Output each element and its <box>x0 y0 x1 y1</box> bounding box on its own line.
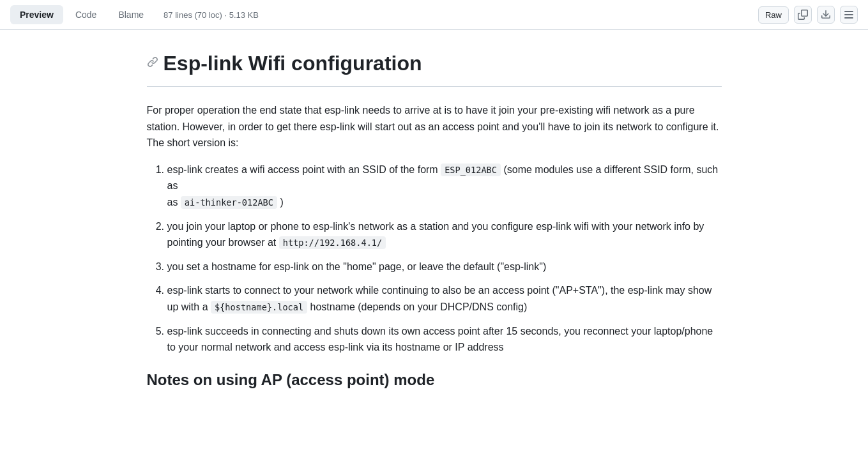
file-info: 87 lines (70 loc) · 5.13 KB <box>164 10 758 20</box>
download-button[interactable] <box>817 6 835 24</box>
copy-icon <box>798 10 808 20</box>
step1-text-after: ) <box>277 197 284 208</box>
divider <box>147 86 722 87</box>
tab-preview[interactable]: Preview <box>10 5 63 24</box>
step1-code1: ESP_012ABC <box>441 163 501 176</box>
intro-paragraph: For proper operation the end state that … <box>147 102 722 151</box>
copy-raw-button[interactable] <box>794 6 812 24</box>
step1-as-text: as <box>167 197 181 208</box>
tab-blame[interactable]: Blame <box>109 5 153 24</box>
tab-code[interactable]: Code <box>66 5 106 24</box>
step2-text: you join your laptop or phone to esp-lin… <box>167 221 704 248</box>
list-item: esp-link succeeds in connecting and shut… <box>167 323 722 356</box>
lines-icon <box>844 10 854 20</box>
notes-heading: Notes on using AP (access point) mode <box>147 371 722 389</box>
step1-code2: ai-thinker-012ABC <box>181 196 277 209</box>
prose-content: For proper operation the end state that … <box>147 102 722 389</box>
toolbar-actions: Raw <box>758 6 858 24</box>
page-title: Esp-link Wifi configuration <box>164 50 422 76</box>
list-item: esp-link starts to connect to your netwo… <box>167 282 722 315</box>
download-icon <box>821 10 831 20</box>
list-item: esp-link creates a wifi access point wit… <box>167 162 722 211</box>
anchor-icon[interactable] <box>147 56 158 71</box>
step4-text-after: hostname (depends on your DHCP/DNS confi… <box>307 301 527 312</box>
raw-button[interactable]: Raw <box>758 6 789 24</box>
toolbar: Preview Code Blame 87 lines (70 loc) · 5… <box>0 0 868 30</box>
heading-section: Esp-link Wifi configuration <box>147 50 722 76</box>
steps-list: esp-link creates a wifi access point wit… <box>167 162 722 356</box>
list-item: you set a hostname for esp-link on the "… <box>167 259 722 275</box>
step2-code1: http://192.168.4.1/ <box>279 236 386 249</box>
lines-button[interactable] <box>840 6 858 24</box>
list-item: you join your laptop or phone to esp-lin… <box>167 218 722 251</box>
step1-text-before: esp-link creates a wifi access point wit… <box>167 164 441 175</box>
tab-group: Preview Code Blame <box>10 5 153 24</box>
main-content: Esp-link Wifi configuration For proper o… <box>121 30 747 420</box>
step4-code1: ${hostname}.local <box>211 301 307 314</box>
